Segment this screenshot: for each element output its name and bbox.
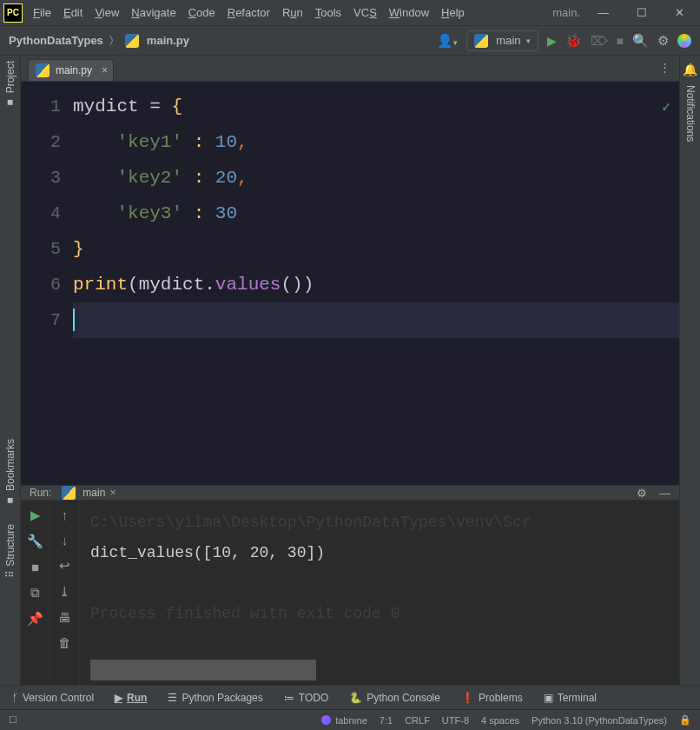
wrap-icon[interactable]: ↩ — [59, 558, 70, 574]
editor-tab[interactable]: main.py × — [28, 59, 114, 81]
console-line: dict_values([10, 20, 30]) — [90, 538, 669, 568]
console-line: Process finished with exit code 0 — [90, 599, 669, 629]
menu-view[interactable]: View — [95, 6, 119, 19]
line-number: 6 — [21, 267, 61, 302]
console-cursor — [90, 660, 316, 680]
print-icon[interactable]: 🖶 — [58, 610, 71, 625]
run-body: ▶ 🔧 ■ ⧉ 📌 ↑ ↓ ↩ ⤓ 🖶 🗑 C:\Users\yilma\Des… — [21, 501, 679, 699]
editor-wrap: 1 2 3 4 5 6 7 ✓ mydict = { 'key1' : 10, … — [21, 82, 679, 485]
tab-options-icon[interactable]: ⋮ — [659, 61, 670, 74]
search-icon[interactable]: 🔍 — [632, 33, 649, 49]
status-bar: ☐ tabnıne 7:1 CRLF UTF-8 4 spaces Python… — [0, 709, 700, 730]
minimize-icon[interactable]: — — [598, 6, 609, 19]
code-line — [73, 302, 679, 338]
python-file-icon — [62, 486, 76, 500]
title-bar: PC File Edit View Navigate Code Refactor… — [0, 0, 700, 26]
settings-icon[interactable]: ⚙ — [657, 33, 669, 49]
clear-icon[interactable]: 🗑 — [58, 635, 71, 650]
user-icon[interactable]: 👤▾ — [437, 33, 458, 49]
menu-code[interactable]: Code — [188, 6, 215, 19]
tabnine-widget[interactable]: tabnıne — [321, 715, 367, 726]
lock-icon[interactable]: 🔒 — [679, 714, 691, 726]
menu-vcs[interactable]: VCS — [353, 6, 377, 19]
cursor-position[interactable]: 7:1 — [380, 715, 393, 726]
main-menu: File Edit View Navigate Code Refactor Ru… — [33, 6, 552, 19]
line-gutter: 1 2 3 4 5 6 7 — [21, 82, 73, 485]
close-tab-icon[interactable]: × — [102, 64, 108, 76]
breadcrumb: PythonDataTypes 〉 main.py — [9, 33, 189, 49]
run-panel: Run: main × ⚙ — ▶ 🔧 ■ ⧉ 📌 — [21, 485, 679, 685]
structure-tool[interactable]: ⠿ Structure — [4, 524, 17, 578]
debug-button[interactable]: 🐞 — [565, 33, 582, 49]
code-line: } — [73, 231, 679, 267]
down-icon[interactable]: ↓ — [62, 533, 69, 548]
code-line: 'key1' : 10, — [73, 124, 679, 160]
main-area: ■ Project ■ Bookmarks ⠿ Structure main.p… — [0, 56, 700, 685]
close-tab-icon[interactable]: × — [109, 487, 116, 499]
maximize-icon[interactable]: ☐ — [637, 6, 647, 19]
pin-icon[interactable]: 📌 — [27, 611, 43, 627]
breadcrumb-project[interactable]: PythonDataTypes — [9, 34, 103, 47]
stop-icon[interactable]: ■ — [31, 560, 39, 574]
line-number: 1 — [21, 89, 61, 124]
line-separator[interactable]: CRLF — [405, 715, 430, 726]
run-panel-tab[interactable]: main × — [62, 486, 116, 500]
code-line: 'key2' : 20, — [73, 160, 679, 196]
panel-settings-icon[interactable]: ⚙ — [637, 487, 647, 500]
toolbar-right: 👤▾ main ▾ ▶ 🐞 ⌦ ■ 🔍 ⚙ — [437, 30, 691, 51]
coverage-button[interactable]: ⌦ — [591, 34, 608, 48]
code-line: mydict = { — [73, 89, 679, 124]
python-file-icon — [474, 34, 488, 48]
run-panel-title: Run: — [30, 487, 51, 499]
menu-window[interactable]: Window — [389, 6, 429, 19]
python-file-icon — [125, 34, 139, 48]
run-actions-2: ↑ ↓ ↩ ⤓ 🖶 🗑 — [50, 501, 80, 699]
up-icon[interactable]: ↑ — [62, 508, 69, 522]
chevron-down-icon: ▾ — [526, 36, 531, 45]
menu-refactor[interactable]: Refactor — [228, 6, 270, 19]
run-config-label: main — [496, 34, 520, 47]
toolbar: PythonDataTypes 〉 main.py 👤▾ main ▾ ▶ 🐞 … — [0, 26, 700, 56]
menu-file[interactable]: File — [33, 6, 51, 19]
tab-label: main.py — [56, 64, 92, 76]
editor-column: main.py × ⋮ 1 2 3 4 5 6 7 ✓ mydict = { '… — [21, 56, 679, 685]
notifications-tool[interactable]: Notifications — [684, 85, 697, 142]
line-number: 3 — [21, 160, 61, 196]
plugin-icon[interactable] — [677, 34, 691, 48]
caret — [73, 309, 75, 331]
menu-help[interactable]: Help — [441, 6, 465, 19]
code-editor[interactable]: ✓ mydict = { 'key1' : 10, 'key2' : 20, '… — [73, 82, 679, 485]
inspection-ok-icon[interactable]: ✓ — [662, 90, 670, 126]
encoding[interactable]: UTF-8 — [442, 715, 469, 726]
scroll-icon[interactable]: ⤓ — [59, 584, 70, 600]
line-number: 5 — [21, 231, 61, 267]
project-tool[interactable]: ■ Project — [4, 61, 17, 109]
interpreter[interactable]: Python 3.10 (PythonDataTypes) — [532, 715, 667, 726]
left-tool-rail: ■ Project ■ Bookmarks ⠿ Structure — [0, 56, 21, 685]
stop-button[interactable]: ■ — [617, 34, 624, 48]
run-button[interactable]: ▶ — [547, 34, 557, 48]
console-output[interactable]: C:\Users\yilma\Desktop\PythonDataTypes\v… — [80, 501, 679, 699]
menu-run[interactable]: Run — [282, 6, 303, 19]
title-filename: main. — [552, 6, 580, 19]
panel-minimize-icon[interactable]: — — [659, 487, 670, 500]
wrench-icon[interactable]: 🔧 — [27, 534, 43, 549]
run-actions: ▶ 🔧 ■ ⧉ 📌 — [21, 501, 50, 699]
close-icon[interactable]: ✕ — [675, 6, 684, 19]
run-config-select[interactable]: main ▾ — [466, 30, 538, 51]
line-number: 4 — [21, 196, 61, 231]
bookmarks-tool[interactable]: ■ Bookmarks — [4, 439, 17, 507]
code-line: print(mydict.values()) — [73, 267, 679, 302]
chevron-right-icon: 〉 — [109, 33, 120, 49]
menu-navigate[interactable]: Navigate — [131, 6, 175, 19]
rerun-icon[interactable]: ▶ — [30, 508, 41, 523]
code-line: 'key3' : 30 — [73, 196, 679, 231]
bell-icon[interactable]: 🔔 — [683, 63, 697, 76]
layout-icon[interactable]: ⧉ — [30, 585, 40, 601]
right-tool-rail: 🔔 Notifications — [679, 56, 700, 685]
breadcrumb-file[interactable]: main.py — [147, 34, 189, 47]
menu-edit[interactable]: Edit — [63, 6, 83, 19]
menu-tools[interactable]: Tools — [315, 6, 341, 19]
indent-status[interactable]: 4 spaces — [481, 715, 519, 726]
indent-icon[interactable]: ☐ — [9, 714, 17, 726]
